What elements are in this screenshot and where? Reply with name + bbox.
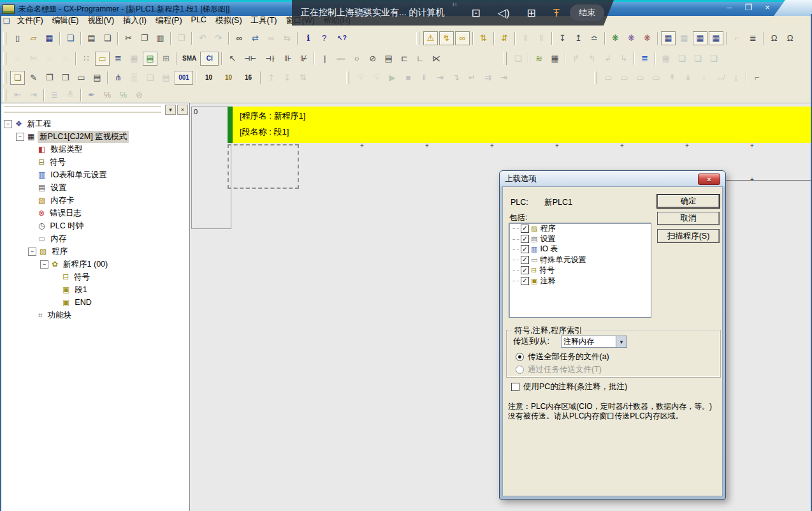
restore-button[interactable]: ❐ [743,3,753,11]
replace-icon[interactable]: ⇄ [248,31,263,45]
io-table-window-icon[interactable]: ▦ [661,31,676,45]
tree-item-数据类型[interactable]: ◧数据类型 [3,143,189,156]
view-mnemonic-icon[interactable]: ✎ [26,71,41,85]
doc-search-icon[interactable]: ❏ [63,31,78,45]
toolbar-grip[interactable] [504,52,507,65]
include-checkbox[interactable]: ✓ [521,266,529,274]
transfer-options-icon[interactable]: ⇅ [476,31,491,45]
force-toggle-icon[interactable]: ℅ [116,88,131,102]
menu-item-工具[interactable]: 工具(T) [247,14,282,27]
speaker-icon[interactable]: ◁) [498,8,510,19]
cancel-button[interactable]: 取消 [657,212,720,225]
tree-expander-icon[interactable]: − [40,260,48,269]
tree-item-新PLC1[CJ2M] 监视模式[interactable]: −▦新PLC1[CJ2M] 监视模式 [3,130,189,143]
cut-icon[interactable]: ✂ [121,31,136,45]
select-tool-icon[interactable]: ↖ [225,52,240,66]
force-on-icon[interactable]: ✒ [84,88,99,102]
rung-number-cell[interactable]: 0 [191,107,231,229]
online-edit-icon[interactable]: ❋ [624,31,639,45]
go-next-jump-icon[interactable]: ↧ [280,71,294,85]
transfer-memory-select[interactable]: 注释内存 ▾ [561,336,627,348]
tile-windows-icon[interactable]: ❏ [143,71,157,85]
compile-icon[interactable]: ⚠ [423,31,438,45]
include-item-程序[interactable]: ✓▨程序 [509,223,651,233]
radio-transfer-by-task[interactable]: 通过任务传送文件(T) [516,364,602,375]
help-icon[interactable]: ? [317,31,331,45]
replace-in-project-icon[interactable]: ⇆ [280,31,294,45]
differential-monitor-icon[interactable]: ⌐ [730,31,744,45]
watch-window-icon[interactable]: ▦ [709,31,723,45]
print-icon[interactable]: ▤ [84,31,99,45]
binary-monitor-icon[interactable]: 001 [175,71,193,85]
tree-item-PLC 时钟[interactable]: ◷PLC 时钟 [3,219,189,232]
sim-step-run-icon[interactable]: ⇥ [433,71,447,85]
chevron-down-icon[interactable]: ▾ [616,336,627,347]
save-file-icon[interactable]: ▦ [42,31,57,45]
tree-item-符号[interactable]: ⊟符号 [3,156,189,168]
function-block-library-icon[interactable]: ≋ [532,52,546,66]
differential-down-icon[interactable]: ↡ [681,71,695,85]
radio-transfer-all-tasks[interactable]: 传送全部任务的文件(a) [516,352,609,362]
work-online-icon[interactable]: ⇵ [497,31,512,45]
include-item-IO 表[interactable]: ✓▥IO 表 [509,244,651,255]
address-reference-tool-icon[interactable]: ≣ [637,52,652,66]
output-window-icon[interactable]: ▦ [658,52,673,66]
contact-closed-tool-icon[interactable]: ⊣∤ [261,52,279,66]
include-checkbox[interactable]: ✓ [521,245,529,253]
function-block-tool-icon[interactable]: ⊏ [397,52,412,66]
tree-item-IO表和单元设置[interactable]: ▥IO表和单元设置 [3,168,189,181]
tree-item-END[interactable]: ▣END [3,296,189,309]
toolbar-grip[interactable] [3,52,6,65]
panel-close-button[interactable]: × [177,105,188,115]
dialog-close-button[interactable]: × [698,174,720,185]
pin-icon[interactable]: Ŧ [553,8,560,19]
sim-step-in-icon[interactable]: ↴ [449,71,463,85]
screen-share-icon[interactable]: ⊞ [527,8,536,19]
force-off-icon[interactable]: ℅ [100,88,115,102]
find-icon[interactable]: ∞ [232,31,247,45]
to-symbol-x-icon[interactable]: ↰ [584,52,599,66]
tree-expander-icon[interactable]: − [4,120,12,128]
contact-or-closed-tool-icon[interactable]: ⊮ [296,52,311,66]
download-to-plc-icon[interactable]: ↧ [555,31,570,45]
scan-programs-button[interactable]: 扫描程序(S) [657,229,720,243]
watch-sheet-v-icon[interactable]: ❏ [706,52,721,66]
contact-open-tool-icon[interactable]: ⊣⊢ [241,52,259,66]
differential-set-icon[interactable]: ↕ [697,71,711,85]
go-reference-icon[interactable]: ⇅ [296,71,310,85]
toolbar-grip[interactable] [594,71,597,84]
sim-pause-icon[interactable]: ‖ [417,71,431,85]
include-item-注释[interactable]: ✓▣注释 [509,276,651,286]
view-rung-wrap-icon[interactable]: ▭ [74,71,89,85]
zoom-window-icon[interactable]: ▒ [127,71,141,85]
sim-step-out-icon[interactable]: ↵ [465,71,479,85]
vertical-line-tool-icon[interactable]: | [317,52,332,66]
rung-shortcut-icon[interactable]: ▦ [127,52,141,66]
breakpoint-list-icon[interactable]: ▭ [649,71,663,85]
pause-simulator-icon[interactable]: ☟ [353,71,368,85]
annotation-list-icon[interactable]: ≣ [111,52,126,66]
menu-item-PLC[interactable]: PLC [187,14,211,27]
open-file-icon[interactable]: ▱ [26,31,41,45]
toolbar-grip[interactable] [3,32,6,45]
panel-dropdown-button[interactable]: ▾ [165,105,176,115]
force-status-icon[interactable]: ❋ [640,31,655,45]
release-protection-icon[interactable]: Ω [783,31,797,45]
tree-expander-icon[interactable]: − [28,248,36,256]
force-cancel-icon[interactable]: ⊘ [132,88,147,102]
menu-item-插入[interactable]: 插入(I) [119,14,151,27]
watch-sheet-x-icon[interactable]: ❏ [690,52,705,66]
selected-cell-outline[interactable] [228,144,299,189]
close-button[interactable]: × [762,3,772,11]
cascade-windows-icon[interactable]: ▤ [159,71,173,85]
coil-open-tool-icon[interactable]: ○ [349,52,364,66]
tree-item-内存卡[interactable]: ▧内存卡 [3,194,189,207]
window-properties-icon[interactable]: ▤ [90,71,105,85]
memory-card-window-icon[interactable]: ▦ [677,31,692,45]
tree-item-功能块[interactable]: ⌗功能块 [3,309,189,322]
include-listbox[interactable]: ✓▨程序✓▤设置✓▥IO 表✓▭特殊单元设置✓⊟符号✓▣注释 [509,223,651,318]
time-chart-monitor-icon[interactable]: ≣ [746,31,760,45]
pause-icon[interactable]: ‖ [534,31,549,45]
rung-comment-icon[interactable]: ▭ [95,52,110,66]
line-connect-tool-icon[interactable]: ∟ [413,52,428,66]
